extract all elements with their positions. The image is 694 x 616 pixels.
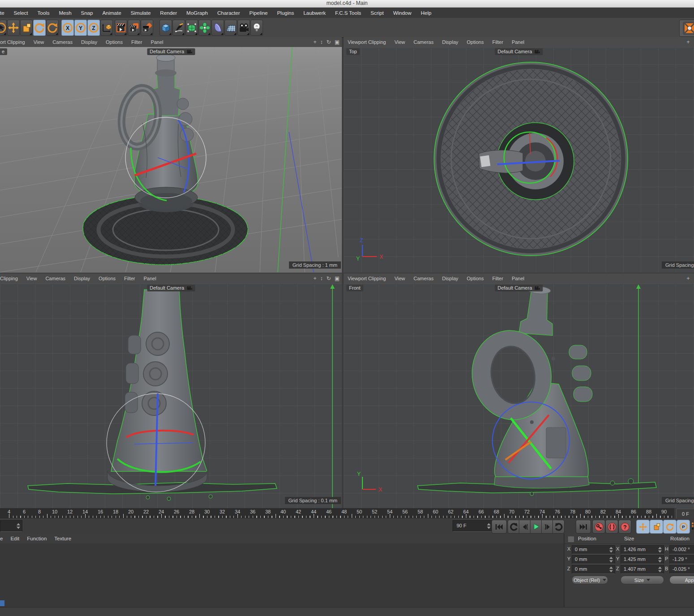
viewport-nav-icon[interactable]: + bbox=[314, 275, 317, 282]
x-axis-lock-button[interactable]: X bbox=[61, 20, 74, 36]
previous-frame-button[interactable] bbox=[519, 520, 531, 534]
live-selection-tool[interactable] bbox=[0, 20, 7, 36]
menu-item[interactable]: F.C.S Tools bbox=[335, 10, 361, 16]
viewport-menu-item[interactable]: Panel bbox=[151, 39, 163, 45]
next-key-button[interactable] bbox=[552, 520, 565, 534]
menu-item[interactable]: Mesh bbox=[59, 10, 71, 16]
coordinate-field[interactable]: 0 mm bbox=[572, 565, 615, 574]
position-mode-dropdown[interactable]: Object (Rel) bbox=[572, 576, 608, 584]
key-rotation-button[interactable] bbox=[663, 520, 677, 534]
viewport-menu-item[interactable]: Options bbox=[467, 276, 484, 281]
viewport-front-canvas[interactable]: Y X Front Default Camera Grid Spacing : … bbox=[344, 283, 694, 508]
camera-object-button[interactable] bbox=[237, 20, 250, 36]
viewport-menu-item[interactable]: Filter bbox=[492, 39, 503, 45]
viewport-menu-item[interactable]: Filter bbox=[492, 276, 503, 281]
pen-spline-button[interactable] bbox=[172, 20, 185, 36]
viewport-nav-icon[interactable]: ↻ bbox=[327, 275, 331, 282]
viewport-perspective[interactable]: ort ClippingViewCamerasDisplayOptionsFil… bbox=[0, 37, 342, 273]
stepper-icon[interactable] bbox=[609, 557, 613, 563]
floor-environment-button[interactable] bbox=[224, 20, 237, 36]
layout-switcher-button[interactable] bbox=[679, 20, 694, 37]
stepper-icon[interactable] bbox=[609, 547, 613, 553]
model-trumpet-front[interactable] bbox=[465, 286, 592, 488]
stepper-icon[interactable] bbox=[17, 523, 21, 529]
viewport-menu-item[interactable]: ort Clipping bbox=[0, 39, 25, 45]
coordinate-field[interactable]: 1.425 mm bbox=[621, 555, 664, 564]
camera-label-pill[interactable]: Default Camera bbox=[495, 48, 543, 55]
menu-item[interactable]: Select bbox=[14, 10, 28, 16]
keyframe-presets-button[interactable] bbox=[691, 520, 694, 533]
viewport-menu-item[interactable]: Filter bbox=[124, 276, 135, 281]
viewport-menu-item[interactable]: View bbox=[394, 276, 405, 281]
light-object-button[interactable] bbox=[250, 20, 263, 36]
viewport-menu-item[interactable]: Filter bbox=[131, 39, 142, 45]
viewport-menu-item[interactable]: Display bbox=[74, 276, 90, 281]
viewport-menu-item[interactable]: Panel bbox=[512, 39, 524, 45]
material-menu-item[interactable]: Texture bbox=[54, 536, 71, 541]
coordinate-field[interactable]: 0 mm bbox=[572, 545, 615, 554]
viewport-menu-item[interactable]: Cameras bbox=[414, 39, 434, 45]
menu-item[interactable]: Render bbox=[160, 10, 177, 16]
viewport-nav-icon[interactable]: ▣ bbox=[335, 38, 340, 46]
stepper-icon[interactable] bbox=[487, 523, 491, 529]
previous-key-button[interactable] bbox=[508, 520, 520, 534]
material-menu-item[interactable]: Edit bbox=[10, 536, 19, 541]
material-menu-item[interactable]: e bbox=[0, 536, 3, 541]
menu-item[interactable]: Help bbox=[421, 10, 431, 16]
viewport-menu-item[interactable]: View bbox=[34, 39, 44, 45]
stepper-icon[interactable] bbox=[609, 567, 613, 573]
current-frame-box[interactable]: 0 F bbox=[676, 509, 694, 519]
layer-color-chip[interactable] bbox=[0, 600, 4, 606]
coordinate-field[interactable]: -0.002 ° bbox=[669, 545, 694, 554]
viewport-nav-icon[interactable]: ↻ bbox=[327, 38, 331, 46]
add-cube-primitive-button[interactable] bbox=[159, 20, 172, 36]
play-forward-button[interactable] bbox=[530, 520, 542, 534]
menu-item[interactable]: MoGraph bbox=[186, 10, 208, 16]
deformer-button[interactable] bbox=[211, 20, 224, 36]
render-view-button[interactable] bbox=[115, 20, 127, 36]
viewport-menu-item[interactable]: Viewport Clipping bbox=[348, 39, 386, 45]
menu-item[interactable]: Laubwerk bbox=[303, 10, 326, 16]
viewport-menu-item[interactable]: View bbox=[394, 39, 405, 45]
coordinate-field[interactable]: -0.025 ° bbox=[669, 565, 694, 574]
viewport-menu-item[interactable]: Cameras bbox=[45, 276, 65, 281]
model-trumpet-side[interactable] bbox=[108, 290, 207, 492]
menu-item[interactable]: Simulate bbox=[131, 10, 151, 16]
viewport-menu-item[interactable]: Viewport Clipping bbox=[348, 276, 386, 281]
viewport-side-canvas[interactable]: Default Camera Grid Spacing : 0.1 mm bbox=[0, 283, 342, 508]
timeline-left-field[interactable] bbox=[0, 520, 22, 532]
viewport-perspective-canvas[interactable]: e Default Camera Grid Spacing : 1 mm bbox=[0, 47, 342, 273]
keying-help-button[interactable]: ? bbox=[618, 520, 631, 534]
panel-grip-icon[interactable] bbox=[568, 536, 574, 542]
menu-item[interactable]: Snap bbox=[81, 10, 93, 16]
rotate-tool[interactable] bbox=[33, 20, 46, 36]
scale-tool[interactable] bbox=[20, 20, 33, 36]
camera-label-pill[interactable]: Default Camera bbox=[495, 285, 543, 291]
end-frame-field[interactable]: 90 F bbox=[453, 520, 493, 532]
viewport-menu-item[interactable]: Panel bbox=[512, 276, 524, 281]
timeline-ruler[interactable]: 4681012141618202224262830323436384042444… bbox=[0, 508, 674, 519]
viewport-menu-item[interactable]: Options bbox=[467, 39, 484, 45]
viewport-nav-icon[interactable]: + bbox=[687, 275, 690, 282]
viewport-side[interactable]: ClippingViewCamerasDisplayOptionsFilterP… bbox=[0, 274, 342, 508]
apply-button[interactable]: Apply bbox=[669, 576, 694, 584]
viewport-menu-item[interactable]: Cameras bbox=[414, 276, 434, 281]
key-position-button[interactable] bbox=[636, 520, 650, 534]
key-parameter-button[interactable]: P bbox=[677, 520, 690, 534]
viewport-top[interactable]: Viewport ClippingViewCamerasDisplayOptio… bbox=[344, 37, 694, 273]
viewport-front[interactable]: Viewport ClippingViewCamerasDisplayOptio… bbox=[344, 274, 694, 508]
stepper-icon[interactable] bbox=[658, 567, 662, 573]
viewport-menu-item[interactable]: Panel bbox=[143, 276, 156, 281]
subdivision-surface-button[interactable] bbox=[185, 20, 198, 36]
material-menu-item[interactable]: Function bbox=[27, 536, 47, 541]
record-keyframe-button[interactable] bbox=[592, 520, 605, 534]
viewport-nav-icon[interactable]: ↕ bbox=[320, 38, 323, 46]
key-scale-button[interactable] bbox=[650, 520, 663, 534]
coordinate-system-button[interactable] bbox=[100, 20, 113, 36]
viewport-menu-item[interactable]: Display bbox=[442, 39, 458, 45]
goto-end-button[interactable] bbox=[576, 520, 591, 534]
move-tool[interactable] bbox=[7, 20, 20, 36]
autokeying-button[interactable] bbox=[605, 520, 618, 534]
menu-item[interactable]: Pipeline bbox=[250, 10, 268, 16]
menu-item[interactable]: Script bbox=[371, 10, 384, 16]
